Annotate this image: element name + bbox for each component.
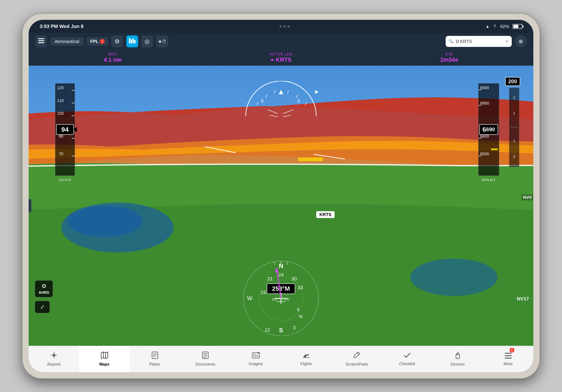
more-label: More xyxy=(503,362,513,366)
map-area[interactable]: 120 110 100 80 70 94 GS KTS xyxy=(29,66,533,346)
scratchpads-icon xyxy=(353,351,360,361)
svg-rect-13 xyxy=(298,157,323,161)
chart-button[interactable] xyxy=(126,35,138,47)
tab-bar: Airports Maps xyxy=(29,346,533,372)
alt-arrow xyxy=(479,127,480,132)
status-dot-1 xyxy=(280,25,282,28)
search-input[interactable]: D KRTS xyxy=(456,39,503,44)
svg-point-9 xyxy=(68,206,142,237)
search-icon: 🔍 xyxy=(449,39,454,44)
svg-marker-14 xyxy=(279,90,283,94)
svg-text:W: W xyxy=(247,295,253,302)
tab-plates[interactable]: Plates xyxy=(129,346,180,372)
svg-line-17 xyxy=(266,95,267,98)
svg-marker-15 xyxy=(315,90,318,94)
svg-rect-6 xyxy=(134,40,136,43)
svg-rect-69 xyxy=(258,352,259,353)
checklist-label: Checklist xyxy=(399,362,415,366)
attitude-indicator-arc: 5 5 xyxy=(239,81,323,125)
vsi-mark-1-up: 1 xyxy=(513,112,515,115)
alt-label: GPS ALT xyxy=(479,178,499,182)
svg-text:S: S xyxy=(279,327,283,334)
status-bar: 3:53 PM Wed Jun 8 ▲ ⇡ 62% xyxy=(29,20,533,33)
svg-text:5: 5 xyxy=(297,98,300,104)
alt-val-6900: 6900 xyxy=(480,86,489,90)
svg-line-16 xyxy=(257,102,258,105)
svg-line-71 xyxy=(357,353,359,355)
speed-tick xyxy=(72,138,75,138)
more-icon xyxy=(505,352,512,360)
tab-documents[interactable]: Documents xyxy=(180,346,231,372)
ete-value: 2m34s xyxy=(440,56,458,63)
svg-text:N: N xyxy=(299,314,303,319)
vsi-tape: 2 1 1 2 xyxy=(509,88,519,167)
current-speed-box: 94 xyxy=(56,124,74,135)
bookmark-icon: ★⏱ xyxy=(158,39,166,44)
compress-button[interactable]: ⤢ xyxy=(35,301,50,313)
layers-icon xyxy=(38,38,44,45)
svg-line-26 xyxy=(270,115,278,117)
svg-marker-54 xyxy=(275,268,278,272)
waypoint-label: KRTS xyxy=(316,211,334,218)
battery-icon xyxy=(513,24,522,29)
fpl-button[interactable]: FPL ! xyxy=(87,37,108,46)
edge-indicator xyxy=(29,199,31,212)
documents-label: Documents xyxy=(195,362,215,367)
plates-label: Plates xyxy=(149,362,160,367)
svg-line-25 xyxy=(283,110,293,114)
svg-rect-4 xyxy=(131,39,132,43)
speed-tick xyxy=(72,103,75,103)
aeronautical-label: Aeronautical xyxy=(55,39,79,44)
svg-line-24 xyxy=(268,110,278,114)
devices-label: Devices xyxy=(450,362,465,367)
tab-devices[interactable]: Devices xyxy=(433,346,483,372)
svg-rect-74 xyxy=(505,353,512,354)
status-dot-3 xyxy=(287,25,290,28)
gps-button[interactable]: ⊕ xyxy=(515,35,527,47)
tab-maps[interactable]: Maps xyxy=(79,346,129,372)
ahrs-button[interactable]: ⚙ AHRS xyxy=(35,280,53,297)
tab-flights[interactable]: Flights xyxy=(281,346,331,372)
svg-point-55 xyxy=(53,354,55,356)
active-leg-label: ACTIVE LEG xyxy=(269,52,293,56)
svg-text:5: 5 xyxy=(261,98,264,104)
current-speed-value: 94 xyxy=(61,126,69,133)
svg-rect-1 xyxy=(38,40,44,41)
layers-button[interactable] xyxy=(35,35,47,47)
current-alt-big: 6 xyxy=(482,126,486,133)
vsi-mark-1-dn: 1 xyxy=(513,139,515,143)
tab-checklist[interactable]: Checklist xyxy=(382,346,433,372)
settings-button[interactable]: ⚙ xyxy=(111,35,123,47)
speed-val-120: 120 xyxy=(57,86,64,90)
selected-altitude-box: 200 xyxy=(505,77,520,86)
tab-more[interactable]: 1 More xyxy=(483,346,533,372)
dist-value: 4.1 nm xyxy=(104,56,122,63)
compass-button[interactable]: ◎ xyxy=(141,35,153,47)
imagery-icon xyxy=(252,352,260,360)
gear-icon: ⚙ xyxy=(115,38,120,45)
plates-icon xyxy=(152,351,158,361)
gps-icon: ⊕ xyxy=(519,38,523,45)
nv17-label: NV17 xyxy=(517,296,529,302)
flights-icon xyxy=(302,352,310,360)
hsi-compass: N S W 24 21 30 15 33 12 3 N 9 xyxy=(239,257,323,340)
tab-imagery[interactable]: Imagery xyxy=(231,346,281,372)
search-bar[interactable]: 🔍 D KRTS ✕ xyxy=(446,36,512,47)
svg-text:33: 33 xyxy=(298,285,303,290)
alt-tick xyxy=(479,105,481,105)
svg-point-52 xyxy=(287,299,289,300)
svg-rect-5 xyxy=(132,39,134,43)
aeronautical-button[interactable]: Aeronautical xyxy=(50,37,83,46)
ipad-frame: 3:53 PM Wed Jun 8 ▲ ⇡ 62% xyxy=(22,13,540,379)
compress-icon: ⤢ xyxy=(40,304,45,310)
search-clear-button[interactable]: ✕ xyxy=(505,39,509,44)
battery-fill xyxy=(514,25,518,28)
tab-scratchpads[interactable]: ScratchPads xyxy=(331,346,382,372)
more-badge: 1 xyxy=(510,348,515,353)
alt-yellow-marker xyxy=(491,148,498,150)
bookmark-button[interactable]: ★⏱ xyxy=(156,35,168,47)
svg-text:21: 21 xyxy=(267,276,273,281)
airports-label: Airports xyxy=(47,362,61,367)
nv0-label: NV0 xyxy=(522,194,533,201)
tab-airports[interactable]: Airports xyxy=(29,346,79,372)
